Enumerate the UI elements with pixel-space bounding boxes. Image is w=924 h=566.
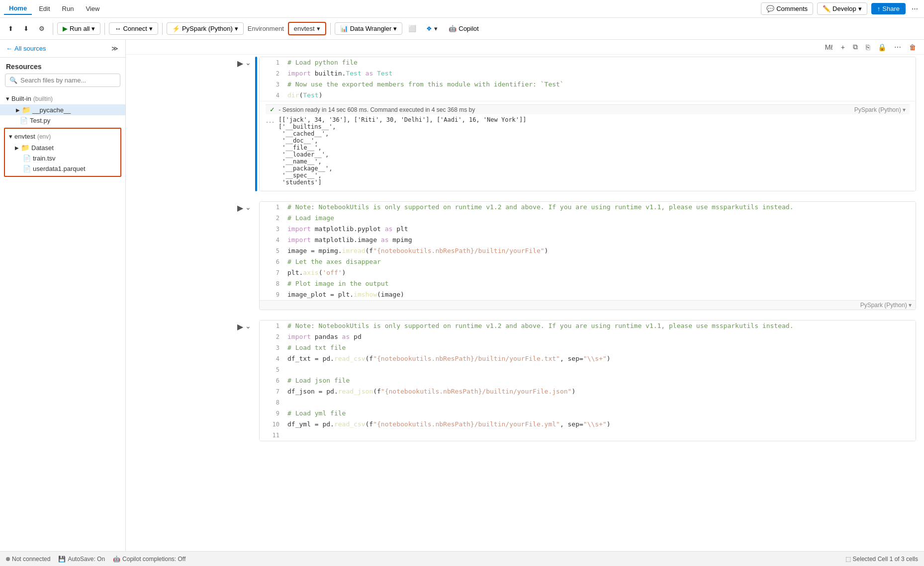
output-line: '__package__', xyxy=(278,165,527,172)
search-box[interactable]: 🔍 xyxy=(5,74,120,87)
cell-1-active-bar xyxy=(255,57,257,191)
code-line: 6 # Let the axes disappear xyxy=(260,256,916,267)
cell-2-pyspark-label[interactable]: PySpark (Python) ▾ xyxy=(860,302,912,309)
split-view-icon[interactable]: ⧉ xyxy=(851,42,860,52)
env-button[interactable]: envtest ▾ xyxy=(288,22,326,35)
userdata-parquet-file[interactable]: 📄 userdata1.parquet xyxy=(5,163,120,174)
code-line: 3 # Load txt file xyxy=(260,342,916,353)
sidebar-header: ← All sources ≫ xyxy=(0,40,125,58)
notebook: ▶ ⌄ 1 # Load python file 2 import builti… xyxy=(126,55,924,452)
settings-button[interactable]: ⚙ xyxy=(35,23,49,34)
autosave-icon: 💾 xyxy=(58,556,66,563)
connect-button[interactable]: ↔ Connect ▾ xyxy=(109,22,158,35)
cell-3-body[interactable]: 1 # Note: NotebookUtils is only supporte… xyxy=(259,320,916,441)
chevron-down-icon: ▾ xyxy=(858,5,862,12)
toolbar-separator-3 xyxy=(162,23,163,35)
code-line: 3 import matplotlib.pyplot as plt xyxy=(260,224,916,235)
cell-1-pyspark-label[interactable]: PySpark (Python) ▾ xyxy=(854,106,906,113)
vscode-button[interactable]: ❖ ▾ xyxy=(422,23,442,34)
ml-icon[interactable]: Mℓ xyxy=(823,42,835,52)
data-wrangler-chevron-icon: ▾ xyxy=(393,25,397,32)
dataset-folder[interactable]: ▶ 📁 Dataset xyxy=(5,142,120,153)
output-line: '__spec__', xyxy=(278,172,527,179)
menu-edit[interactable]: Edit xyxy=(34,3,55,14)
pyspark-button[interactable]: ⚡ PySpark (Python) ▾ xyxy=(167,22,244,35)
envtest-tag: (env) xyxy=(37,133,51,140)
menu-home[interactable]: Home xyxy=(4,2,32,15)
cell-1-body[interactable]: 1 # Load python file 2 import builtin.Te… xyxy=(259,57,916,191)
output-line: '__file__', xyxy=(278,144,527,151)
toolbar-separator-4 xyxy=(330,23,331,35)
back-icon: ← xyxy=(6,45,12,52)
status-right: ⬚ Selected Cell 1 of 3 cells xyxy=(845,556,918,563)
output-line: [['jack', 34, '36'], ['Riti', 30, 'Delhi… xyxy=(278,116,527,123)
code-line: 8 xyxy=(260,397,916,408)
code-line: 5 image = mpimg.imread(f"{notebookutils.… xyxy=(260,245,916,256)
status-not-connected: Not connected xyxy=(12,556,50,563)
output-line: '__doc__', xyxy=(278,137,527,144)
folder-icon: 📁 xyxy=(22,106,30,114)
menu-expand-icon[interactable]: ⋯ xyxy=(910,3,920,14)
builtin-chevron-icon: ▾ xyxy=(6,95,9,102)
code-line: 4 df_txt = pd.read_csv(f"{notebookutils.… xyxy=(260,353,916,364)
add-to-pipeline-icon[interactable]: + xyxy=(839,42,847,52)
delete-icon[interactable]: 🗑 xyxy=(907,42,918,52)
menu-run[interactable]: Run xyxy=(57,3,79,14)
add-cell-above-button[interactable]: ⬆ xyxy=(4,23,17,34)
back-button[interactable]: ← All sources xyxy=(6,45,46,52)
status-copilot[interactable]: 🤖 Copilot completions: Off xyxy=(113,556,185,563)
cell-2-body[interactable]: 1 # Note: NotebookUtils is only supporte… xyxy=(259,201,916,310)
envtest-chevron-icon: ▾ xyxy=(9,133,12,140)
status-autosave[interactable]: 💾 AutoSave: On xyxy=(58,556,105,563)
pyspark-icon: ⚡ xyxy=(172,25,180,32)
cell-1-run-button[interactable]: ▶ xyxy=(237,59,243,68)
train-tsv-file[interactable]: 📄 train.tsv xyxy=(5,153,120,163)
output-line: '__loader__', xyxy=(278,151,527,158)
userdata-parquet-icon: 📄 xyxy=(23,165,31,172)
builtin-section-header[interactable]: ▾ Built-in (builtin) xyxy=(0,93,125,104)
comments-button[interactable]: 💬 Comments xyxy=(761,2,813,15)
layout-button[interactable]: ⬜ xyxy=(404,23,420,34)
file-icon: 📄 xyxy=(20,117,28,124)
cell-1-dots[interactable]: ⋯ xyxy=(266,114,275,127)
cell-2-run-button[interactable]: ▶ xyxy=(237,203,243,213)
add-below-icon: ⬇ xyxy=(23,25,29,32)
share-icon: ↑ xyxy=(877,5,881,12)
collapse-sidebar-button[interactable]: ≫ xyxy=(110,44,119,53)
dataset-expand-icon: ▶ xyxy=(15,145,19,151)
output-line: 'students'] xyxy=(278,179,527,186)
copy-icon[interactable]: ⎘ xyxy=(864,42,872,52)
autosave-label: AutoSave: On xyxy=(68,556,105,563)
toolbar-separator-2 xyxy=(104,23,105,35)
menu-view[interactable]: View xyxy=(81,3,104,14)
cell-2-left: ▶ ⌄ xyxy=(126,199,255,310)
pycache-folder[interactable]: ▶ 📁 __pycache__ xyxy=(0,104,125,115)
share-button[interactable]: ↑ Share xyxy=(871,3,906,14)
comment-icon: 💬 xyxy=(766,5,774,12)
cell-2-expand-button[interactable]: ⌄ xyxy=(245,203,251,211)
search-input[interactable] xyxy=(20,77,116,84)
code-line: 7 df_json = pd.read_json(f"{notebookutil… xyxy=(260,386,916,397)
add-cell-below-button[interactable]: ⬇ xyxy=(19,23,33,34)
envtest-header[interactable]: ▾ envtest (env) xyxy=(5,131,120,142)
test-py-file[interactable]: 📄 Test.py xyxy=(0,115,125,126)
env-chevron-icon: ▾ xyxy=(317,25,320,32)
more-options-icon[interactable]: ⋯ xyxy=(892,42,903,52)
checkmark-icon: ✓ xyxy=(270,106,275,113)
connection-dot xyxy=(6,557,10,561)
develop-button[interactable]: ✏️ Develop ▾ xyxy=(817,2,867,15)
cell-3-expand-button[interactable]: ⌄ xyxy=(245,322,251,330)
cell-1-output-row: ⋯ [['jack', 34, '36'], ['Riti', 30, 'Del… xyxy=(266,114,910,188)
cell-1-expand-button[interactable]: ⌄ xyxy=(245,59,251,67)
lock-icon[interactable]: 🔒 xyxy=(876,42,888,52)
status-connection[interactable]: Not connected xyxy=(6,556,50,563)
code-line: 7 plt.axis('off') xyxy=(260,267,916,278)
test-py-label: Test.py xyxy=(30,117,50,124)
cell-1-status: ✓ - Session ready in 14 sec 608 ms. Comm… xyxy=(266,104,910,114)
data-wrangler-button[interactable]: 📊 Data Wrangler ▾ xyxy=(335,22,403,35)
editor-area[interactable]: Mℓ + ⧉ ⎘ 🔒 ⋯ 🗑 ▶ ⌄ 1 xyxy=(126,40,924,551)
copilot-button[interactable]: 🤖 Copilot xyxy=(444,23,483,34)
toolbar-separator xyxy=(53,23,53,35)
cell-3-run-button[interactable]: ▶ xyxy=(237,322,243,331)
run-all-button[interactable]: ▶ Run all ▾ xyxy=(57,22,100,35)
